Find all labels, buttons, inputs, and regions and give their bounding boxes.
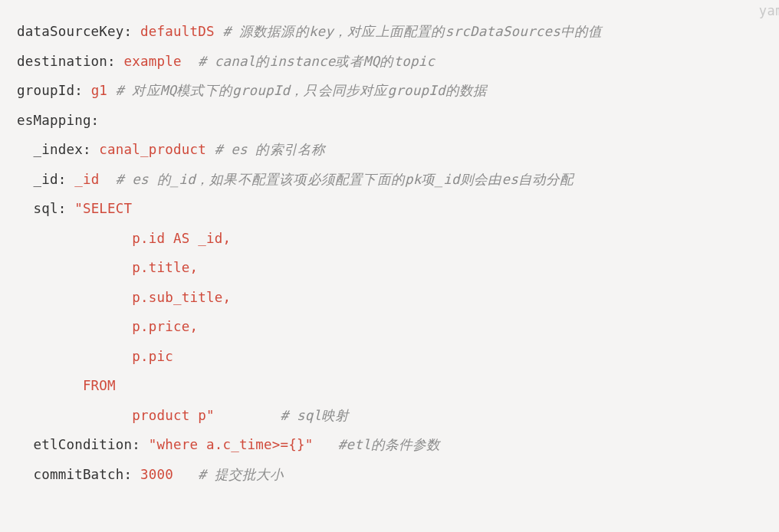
- cmt-id: # es 的_id，如果不配置该项必须配置下面的pk项_id则会由es自动分配: [99, 172, 574, 187]
- val-id: _id: [66, 172, 99, 187]
- val-dataSourceKey: defaultDS: [132, 24, 214, 39]
- key-dataSourceKey: dataSourceKey:: [17, 24, 132, 39]
- key-index: _index:: [17, 142, 91, 157]
- val-groupId: g1: [83, 83, 107, 98]
- key-sql: sql:: [17, 201, 66, 216]
- key-destination: destination:: [17, 54, 116, 69]
- cmt-sql: # sql映射: [215, 408, 350, 423]
- val-index: canal_product: [91, 142, 206, 157]
- val-sql-pic: p.pic: [17, 349, 173, 364]
- val-sql-subtitle: p.sub_title,: [17, 290, 231, 305]
- val-sql-price: p.price,: [17, 319, 198, 334]
- val-destination: example: [116, 54, 182, 69]
- cmt-index: # es 的索引名称: [206, 142, 325, 157]
- val-sql-select: "SELECT: [66, 201, 132, 216]
- yaml-code-block: dataSourceKey: defaultDS # 源数据源的key，对应上面…: [0, 0, 779, 506]
- val-sql-id: p.id AS _id,: [17, 231, 231, 246]
- val-sql-from: FROM: [17, 378, 116, 393]
- cmt-etlCondition: #etl的条件参数: [314, 437, 441, 452]
- key-etlCondition: etlCondition:: [17, 437, 140, 452]
- val-commitBatch: 3000: [132, 467, 173, 482]
- cmt-destination: # canal的instance或者MQ的topic: [182, 54, 435, 69]
- cmt-dataSourceKey: # 源数据源的key，对应上面配置的srcDataSources中的值: [215, 24, 603, 39]
- key-commitBatch: commitBatch:: [17, 467, 132, 482]
- key-esMapping: esMapping:: [17, 113, 99, 128]
- language-tag: yam: [759, 3, 779, 18]
- key-groupId: groupId:: [17, 83, 83, 98]
- val-sql-title: p.title,: [17, 260, 198, 275]
- cmt-commitBatch: # 提交批大小: [173, 467, 284, 482]
- val-etlCondition: "where a.c_time>={}": [140, 437, 313, 452]
- val-sql-product: product p": [17, 408, 215, 423]
- key-id: _id:: [17, 172, 66, 187]
- cmt-groupId: # 对应MQ模式下的groupId，只会同步对应groupId的数据: [107, 83, 487, 98]
